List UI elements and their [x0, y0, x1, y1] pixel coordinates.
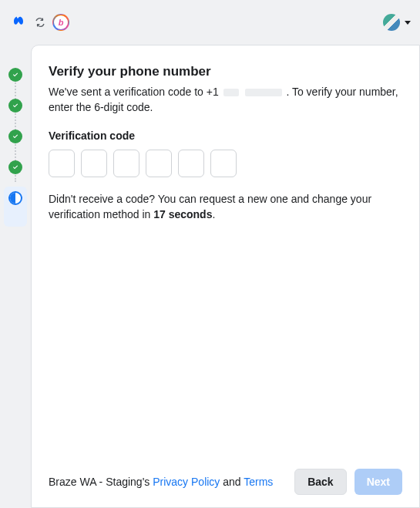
- resend-help-text: Didn't receive a code? You can request a…: [49, 191, 402, 223]
- legal-prefix: Braze WA - Staging's: [49, 476, 153, 488]
- verification-code-inputs: [49, 150, 402, 177]
- redacted-phone-part-2: [245, 89, 282, 96]
- legal-text: Braze WA - Staging's Privacy Policy and …: [49, 476, 273, 488]
- help-countdown: 17 seconds: [153, 208, 212, 220]
- footer: Braze WA - Staging's Privacy Policy and …: [49, 459, 402, 495]
- progress-stepper: [0, 45, 31, 508]
- sync-icon: [34, 16, 46, 29]
- step-3: [8, 130, 22, 143]
- redacted-phone-part-1: [223, 89, 239, 96]
- code-digit-6[interactable]: [210, 150, 237, 177]
- subtitle-pre: We've sent a verification code to +1: [49, 86, 222, 98]
- footer-buttons: Back Next: [294, 469, 402, 495]
- help-post: .: [212, 208, 215, 220]
- meta-logo-icon: [9, 12, 28, 33]
- code-digit-2[interactable]: [81, 150, 107, 177]
- partner-logo-initial: b: [54, 15, 68, 29]
- step-2: [8, 99, 22, 113]
- code-digit-1[interactable]: [49, 150, 75, 177]
- step-5: [8, 191, 22, 205]
- privacy-policy-link[interactable]: Privacy Policy: [153, 476, 220, 488]
- step-1: [8, 68, 22, 82]
- code-digit-5[interactable]: [178, 150, 204, 177]
- verification-code-label: Verification code: [49, 130, 402, 142]
- partner-logo-icon: b: [52, 14, 69, 31]
- code-digit-3[interactable]: [113, 150, 139, 177]
- account-menu[interactable]: [383, 14, 411, 31]
- code-digit-4[interactable]: [146, 150, 172, 177]
- legal-joiner: and: [220, 476, 244, 488]
- chevron-down-icon: [405, 21, 411, 25]
- next-button[interactable]: Next: [354, 469, 402, 495]
- back-button[interactable]: Back: [294, 469, 346, 495]
- terms-link[interactable]: Terms: [244, 476, 273, 488]
- page-title: Verify your phone number: [49, 64, 402, 79]
- header-left: b: [9, 12, 69, 33]
- page-subtitle: We've sent a verification code to +1 . T…: [49, 84, 402, 116]
- main-panel: Verify your phone number We've sent a ve…: [31, 45, 420, 508]
- step-5-wrap: [4, 187, 27, 227]
- body: Verify your phone number We've sent a ve…: [0, 45, 420, 508]
- avatar: [383, 14, 400, 31]
- header: b: [0, 0, 420, 45]
- step-4: [8, 160, 22, 174]
